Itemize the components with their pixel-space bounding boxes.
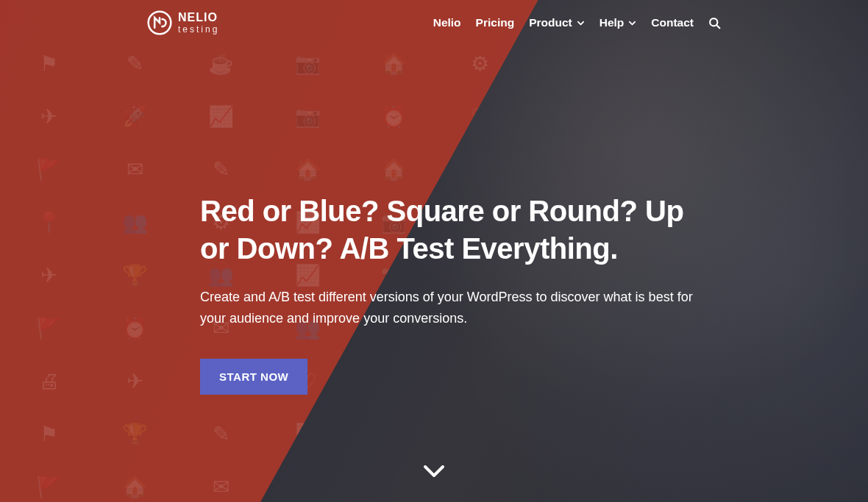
logo-mark-icon xyxy=(147,10,172,35)
nav-label: Contact xyxy=(651,16,694,29)
nav-item-contact[interactable]: Contact xyxy=(651,16,694,29)
nav-item-product[interactable]: Product xyxy=(529,16,585,29)
brand-name-line1: NELIO xyxy=(178,12,219,24)
brand-logo[interactable]: NELIO testing xyxy=(147,10,219,35)
nav-item-pricing[interactable]: Pricing xyxy=(476,16,515,29)
primary-nav: Nelio Pricing Product Help Contact xyxy=(433,16,721,29)
brand-name: NELIO testing xyxy=(178,12,219,34)
nav-item-nelio[interactable]: Nelio xyxy=(433,16,461,29)
svg-line-2 xyxy=(716,25,719,28)
nav-label: Pricing xyxy=(476,16,515,29)
chevron-down-icon xyxy=(419,456,449,486)
chevron-down-icon xyxy=(577,19,585,27)
nav-label: Product xyxy=(529,16,572,29)
hero-section: ⚑✎☕📷🏠⚙⏰🖨☕⚑ ✈🚀📈📷⏰♡📷⏰♡📈 🚩✉✎🏠🏠⏰☕💬🖨⚙ 📍👥⚙📈📷⏰📈… xyxy=(0,0,868,502)
scroll-down-indicator[interactable] xyxy=(419,456,449,489)
nav-label: Help xyxy=(600,16,625,29)
nav-label: Nelio xyxy=(433,16,461,29)
site-header: NELIO testing Nelio Pricing Product Help… xyxy=(0,0,868,46)
nav-item-help[interactable]: Help xyxy=(600,16,637,29)
hero-subhead: Create and A/B test different versions o… xyxy=(200,287,708,329)
search-button[interactable] xyxy=(708,17,721,29)
start-now-button[interactable]: START NOW xyxy=(200,359,307,395)
chevron-down-icon xyxy=(628,19,636,27)
search-icon xyxy=(708,17,721,29)
brand-name-line2: testing xyxy=(178,25,219,34)
hero-headline: Red or Blue? Square or Round? Up or Down… xyxy=(200,193,714,268)
hero-content: Red or Blue? Square or Round? Up or Down… xyxy=(200,193,714,395)
